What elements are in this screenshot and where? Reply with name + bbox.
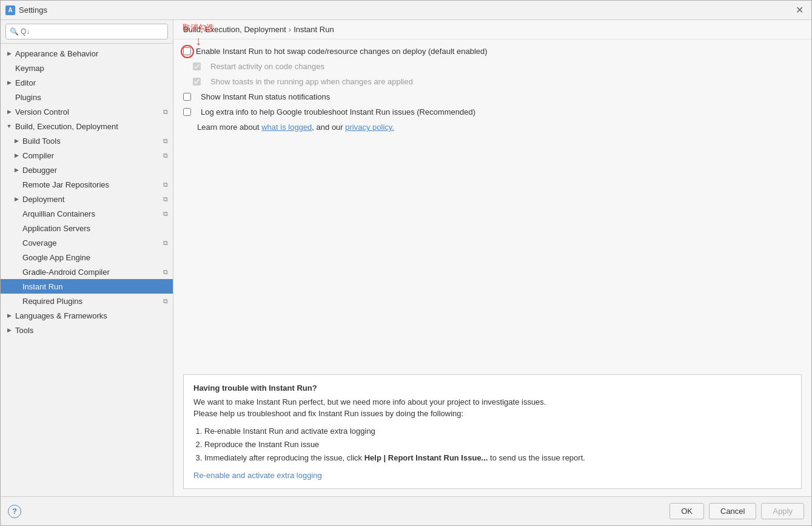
sidebar-item-build-execution[interactable]: ▼Build, Execution, Deployment — [1, 119, 173, 133]
trouble-step-3: Immediately after reproducing the issue,… — [204, 451, 791, 465]
sidebar-item-build-tools[interactable]: ▶Build Tools⧉ — [1, 133, 173, 148]
bottom-right: OK Cancel Apply — [669, 503, 804, 519]
spacer — [173, 137, 811, 369]
breadcrumb-current: Instant Run — [294, 25, 334, 34]
sidebar-label-instant-run: Instant Run — [22, 282, 63, 291]
bottom-left: ? — [8, 505, 21, 518]
arrow-icon-version-control: ▶ — [5, 108, 13, 115]
sidebar-label-google-app-engine: Google App Engine — [22, 253, 90, 262]
main-panel: Build, Execution, Deployment › Instant R… — [173, 20, 811, 496]
trouble-step-1: Re-enable Instant Run and activate extra… — [204, 425, 791, 438]
bottom-bar: ? OK Cancel Apply — [1, 496, 811, 525]
sidebar-item-compiler[interactable]: ▶Compiler⧉ — [1, 148, 173, 163]
arrow-icon-debugger: ▶ — [13, 166, 20, 174]
copy-icon-build-tools: ⧉ — [163, 137, 168, 145]
nav-tree: ▶Appearance & BehaviorKeymap▶EditorPlugi… — [1, 44, 173, 496]
log-extra-label[interactable]: Log extra info to help Google troublesho… — [201, 107, 475, 116]
sidebar-label-plugins: Plugins — [15, 93, 41, 102]
sidebar-label-required-plugins: Required Plugins — [22, 297, 82, 306]
arrow-icon-build-tools: ▶ — [13, 137, 20, 144]
learn-more-middle: , and our — [312, 123, 345, 132]
sidebar-item-remote-jar[interactable]: Remote Jar Repositories⧉ — [1, 177, 173, 192]
help-button[interactable]: ? — [8, 505, 21, 518]
arrow-icon-build-execution: ▼ — [5, 123, 13, 130]
arrow-icon-editor: ▶ — [5, 79, 13, 86]
copy-icon-remote-jar: ⧉ — [163, 181, 168, 189]
sidebar: 🔍 ▶Appearance & BehaviorKeymap▶EditorPlu… — [1, 20, 173, 496]
sidebar-item-google-app-engine[interactable]: Google App Engine — [1, 250, 173, 265]
sidebar-item-appearance[interactable]: ▶Appearance & Behavior — [1, 46, 173, 61]
sidebar-item-languages[interactable]: ▶Languages & Frameworks — [1, 308, 173, 323]
log-extra-checkbox[interactable] — [183, 108, 191, 116]
copy-icon-required-plugins: ⧉ — [163, 297, 168, 305]
restart-activity-row: Restart activity on code changes — [193, 62, 802, 71]
enable-instant-run-label[interactable]: Enable Instant Run to hot swap code/reso… — [196, 47, 488, 56]
trouble-box: Having trouble with Instant Run? We want… — [183, 374, 802, 489]
settings-area: 取消勾选 ↓ Enable Instant Run to hot swap co… — [173, 39, 811, 137]
content-area: 🔍 ▶Appearance & BehaviorKeymap▶EditorPlu… — [1, 20, 811, 496]
restart-activity-label: Restart activity on code changes — [210, 62, 324, 71]
sidebar-label-deployment: Deployment — [22, 195, 64, 204]
copy-icon-compiler: ⧉ — [163, 152, 168, 160]
search-input[interactable] — [5, 24, 168, 39]
sidebar-item-tools[interactable]: ▶Tools — [1, 323, 173, 337]
log-extra-row: Log extra info to help Google troublesho… — [183, 107, 802, 116]
sidebar-label-build-tools: Build Tools — [22, 137, 61, 146]
sidebar-item-deployment[interactable]: ▶Deployment⧉ — [1, 192, 173, 206]
trouble-step-2: Reproduce the Instant Run issue — [204, 438, 791, 451]
restart-activity-checkbox[interactable] — [193, 62, 201, 70]
arrow-icon-deployment: ▶ — [13, 195, 20, 203]
sidebar-item-coverage[interactable]: Coverage⧉ — [1, 235, 173, 250]
sidebar-item-required-plugins[interactable]: Required Plugins⧉ — [1, 294, 173, 308]
breadcrumb: Build, Execution, Deployment › Instant R… — [173, 20, 811, 39]
arrow-icon-languages: ▶ — [5, 312, 13, 319]
show-status-checkbox[interactable] — [183, 93, 191, 101]
show-toasts-label: Show toasts in the running app when chan… — [210, 77, 413, 86]
arrow-icon-appearance: ▶ — [5, 50, 13, 57]
learn-more: Learn more about what is logged, and our… — [197, 123, 802, 132]
sidebar-item-debugger[interactable]: ▶Debugger — [1, 163, 173, 177]
sidebar-item-plugins[interactable]: Plugins — [1, 90, 173, 104]
sidebar-item-editor[interactable]: ▶Editor — [1, 75, 173, 90]
show-status-label[interactable]: Show Instant Run status notifications — [201, 92, 330, 101]
sidebar-label-appearance: Appearance & Behavior — [15, 49, 98, 58]
privacy-policy-link[interactable]: privacy policy. — [345, 123, 394, 132]
sidebar-label-editor: Editor — [15, 78, 36, 87]
close-button[interactable]: ✕ — [792, 3, 807, 18]
sidebar-label-tools: Tools — [15, 326, 33, 335]
trouble-title: Having trouble with Instant Run? — [193, 383, 791, 393]
what-is-logged-link[interactable]: what is logged — [261, 123, 312, 132]
window-title: Settings — [19, 5, 47, 15]
title-bar-left: A Settings — [5, 5, 47, 15]
breadcrumb-separator: › — [289, 25, 291, 34]
sidebar-label-debugger: Debugger — [22, 166, 57, 175]
show-toasts-checkbox[interactable] — [193, 78, 201, 86]
sidebar-item-app-servers[interactable]: Application Servers — [1, 221, 173, 235]
sidebar-label-arquillian: Arquillian Containers — [22, 209, 95, 218]
ok-button[interactable]: OK — [669, 503, 704, 519]
sidebar-label-remote-jar: Remote Jar Repositories — [22, 180, 109, 189]
cancel-button[interactable]: Cancel — [709, 503, 756, 519]
enable-instant-run-row: Enable Instant Run to hot swap code/reso… — [183, 47, 802, 56]
app-icon: A — [5, 5, 15, 15]
sidebar-item-gradle-android[interactable]: Gradle-Android Compiler⧉ — [1, 265, 173, 279]
enable-instant-run-checkbox[interactable] — [183, 47, 191, 55]
sidebar-item-version-control[interactable]: ▶Version Control⧉ — [1, 104, 173, 119]
sidebar-item-arquillian[interactable]: Arquillian Containers⧉ — [1, 206, 173, 221]
reenable-link[interactable]: Re-enable and activate extra logging — [193, 471, 322, 480]
arrow-icon-tools: ▶ — [5, 326, 13, 334]
search-box: 🔍 — [1, 20, 173, 44]
trouble-desc: We want to make Instant Run perfect, but… — [193, 396, 791, 420]
sidebar-label-gradle-android: Gradle-Android Compiler — [22, 268, 110, 277]
trouble-steps: Re-enable Instant Run and activate extra… — [204, 425, 791, 465]
title-bar: A Settings ✕ — [1, 1, 811, 20]
apply-button[interactable]: Apply — [761, 503, 804, 519]
sidebar-label-app-servers: Application Servers — [22, 224, 90, 233]
sidebar-item-keymap[interactable]: Keymap — [1, 61, 173, 75]
learn-more-prefix: Learn more about — [197, 123, 261, 132]
sidebar-item-instant-run[interactable]: Instant Run — [1, 279, 173, 294]
show-status-row: Show Instant Run status notifications — [183, 92, 802, 101]
arrow-icon-compiler: ▶ — [13, 152, 20, 159]
sidebar-label-keymap: Keymap — [15, 64, 44, 73]
sidebar-label-coverage: Coverage — [22, 238, 56, 248]
